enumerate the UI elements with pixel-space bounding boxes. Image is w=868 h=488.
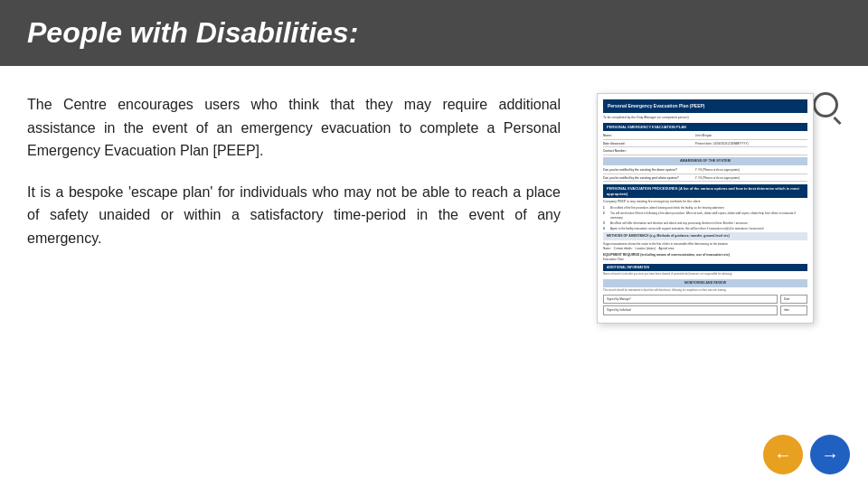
doc-date-1: Date (780, 295, 807, 304)
doc-title: Personal Emergency Evacuation Plan (PEEP… (603, 99, 807, 113)
doc-item-4: 4 Agree to the facility evacuation rooms… (603, 227, 807, 230)
doc-equipment-content: Evacuation Chair (603, 258, 807, 261)
peep-document: Personal Emergency Evacuation Plan (PEEP… (597, 93, 814, 324)
forward-button[interactable] (810, 435, 850, 474)
text-column: The Centre encourages users who think th… (27, 84, 561, 473)
doc-awareness-title: AWARENESS OF THE SYSTEM (603, 157, 807, 165)
paragraph-2: It is a bespoke 'escape plan' for indivi… (27, 181, 561, 250)
doc-methods-title: METHODS OF ASSISTANCE (e.g. Methods of g… (603, 232, 807, 240)
document-wrapper: Personal Emergency Evacuation Plan (PEEP… (597, 84, 841, 324)
doc-signature-row-1: Signed by Manager* Date (603, 295, 807, 304)
doc-item-3: 3 An officer will offer information and … (603, 221, 807, 225)
doc-field-name: Name: John Morgan (603, 133, 807, 139)
doc-procedures-note: Company PEEP or any existing fire emerge… (603, 200, 807, 204)
doc-date-2: date (780, 305, 807, 314)
doc-additional-content: Name a friend to look after you once you… (603, 273, 807, 277)
doc-subtitle: To be completed by the Duty Manager (or … (603, 116, 807, 120)
page-container: People with Disabilities: The Centre enc… (0, 0, 868, 488)
doc-field-date: Date discussed: Present date: 14/04/2024… (603, 141, 807, 147)
doc-monitoring-content: This record should be maintained to last… (603, 289, 807, 293)
doc-field-contact: Contact Number: (603, 148, 807, 155)
doc-item-1: 1 Be notified of the fire procedure, att… (603, 206, 807, 210)
doc-signature-individual: Signed by Individual (603, 305, 778, 314)
doc-assistance-desc: Support assistances shown the visitor to… (603, 242, 807, 246)
paragraph-1: The Centre encourages users who think th… (27, 93, 561, 163)
document-column: Personal Emergency Evacuation Plan (PEEP… (579, 84, 841, 473)
doc-contact-row: Name: Contact details: Location (status)… (603, 247, 807, 250)
doc-additional-title: ADDITIONAL INFORMATION (603, 264, 807, 272)
back-button[interactable] (763, 435, 803, 474)
doc-awareness-q2: Can you be notified by the existing pool… (603, 175, 807, 182)
doc-item-2: 2 You will need notice if there is follo… (603, 211, 807, 219)
doc-procedures-title: PERSONAL EVACUATION PROCEDURES (A list o… (603, 184, 807, 198)
doc-signature-row-2: Signed by Individual date (603, 305, 807, 314)
doc-equipment-title: EQUIPMENT REQUIRED (including means of c… (603, 253, 807, 258)
page-title: People with Disabilities: (27, 16, 358, 50)
doc-section-title: PERSONAL EMERGENCY EVACUATION PLAN (603, 123, 807, 132)
doc-monitoring-title: MONITORING AND REVIEW (603, 279, 807, 287)
doc-signature-manager: Signed by Manager* (603, 295, 778, 304)
nav-buttons (763, 435, 850, 474)
doc-awareness-q1: Can you be notified by the existing fire… (603, 167, 807, 174)
title-bar: People with Disabilities: (0, 0, 868, 66)
content-area: The Centre encourages users who think th… (0, 66, 868, 482)
